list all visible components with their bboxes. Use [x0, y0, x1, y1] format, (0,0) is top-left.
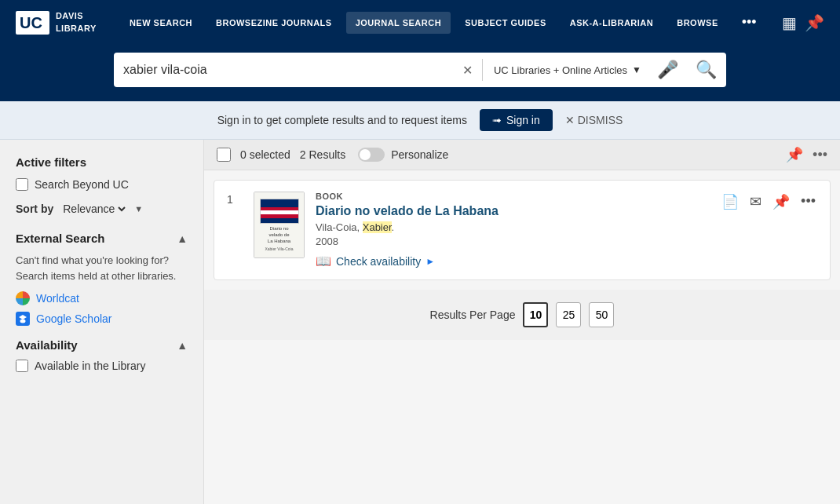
- sidebar: Active filters Search Beyond UC Sort by …: [0, 140, 204, 504]
- qr-code-icon[interactable]: ▦: [782, 13, 797, 32]
- svg-point-1: [20, 320, 26, 323]
- search-beyond-uc-checkbox[interactable]: [16, 178, 28, 191]
- book-icon: 📖: [316, 254, 331, 268]
- availability-chevron-icon: ▲: [177, 339, 188, 352]
- available-in-library-label: Available in the Library: [35, 360, 145, 372]
- nav-browsezine[interactable]: BROWSEZINE JOURNALS: [206, 12, 341, 34]
- check-availability-link[interactable]: 📖 Check availability ►: [316, 254, 709, 268]
- scope-selector[interactable]: UC Libraries + Online Articles ▼: [486, 64, 649, 76]
- email-button[interactable]: ✉: [748, 192, 763, 212]
- main-layout: Active filters Search Beyond UC Sort by …: [0, 140, 840, 504]
- voice-search-button[interactable]: 🎤: [649, 60, 686, 80]
- pagination: Results Per Page 10 25 50: [204, 290, 840, 340]
- google-scholar-link[interactable]: Google Scholar: [16, 312, 188, 326]
- author-highlight: Xabier: [363, 221, 392, 233]
- availability-title: Availability: [16, 338, 78, 352]
- result-cover-image: Diario novelado deLa Habana Xabier Vila-…: [254, 192, 305, 258]
- sort-row: Sort by Relevance ▼: [16, 202, 188, 216]
- sort-select[interactable]: Relevance: [60, 202, 128, 216]
- signin-icon: ➟: [492, 114, 502, 126]
- signin-message: Sign in to get complete results and to r…: [217, 114, 467, 126]
- result-type: BOOK: [316, 192, 709, 201]
- search-container: ✕ UC Libraries + Online Articles ▼ 🎤 🔍: [114, 53, 726, 87]
- result-title[interactable]: Diario no velado de La Habana: [316, 204, 709, 218]
- external-search-section-header[interactable]: External Search ▲: [16, 232, 188, 245]
- signin-button[interactable]: ➟ Sign in: [480, 109, 553, 131]
- personalize-toggle[interactable]: Personalize: [358, 148, 448, 162]
- save-to-file-button[interactable]: 📄: [720, 192, 740, 212]
- external-search-chevron-icon: ▲: [177, 232, 188, 245]
- per-page-50-button[interactable]: 50: [589, 302, 614, 327]
- nav-browse[interactable]: BROWSE: [667, 12, 728, 34]
- logo[interactable]: UC DAVIS LIBRARY: [16, 10, 97, 35]
- per-page-25-button[interactable]: 25: [556, 302, 581, 327]
- external-search-description: Can't find what you're looking for? Sear…: [16, 253, 188, 283]
- signin-banner: Sign in to get complete results and to r…: [0, 101, 840, 140]
- close-icon: ✕: [565, 114, 575, 126]
- nav-icon-group: ▦ 📌: [782, 13, 824, 32]
- top-navigation: UC DAVIS LIBRARY NEW SEARCH BROWSEZINE J…: [0, 0, 840, 45]
- toolbar-pin-button[interactable]: 📌: [786, 146, 803, 163]
- chevron-down-icon: ▼: [632, 64, 641, 75]
- result-number: 1: [227, 192, 243, 206]
- nav-more[interactable]: •••: [732, 8, 766, 37]
- toggle-thumb: [360, 149, 371, 160]
- available-in-library-checkbox[interactable]: [16, 360, 28, 372]
- nav-subject-guides[interactable]: SUBJECT GUIDES: [455, 12, 556, 34]
- result-author: Vila-Coia, Xabier.: [316, 221, 709, 233]
- available-in-library-filter: Available in the Library: [16, 360, 188, 372]
- worldcat-link[interactable]: Worldcat: [16, 291, 188, 305]
- more-result-options-button[interactable]: •••: [799, 192, 817, 211]
- results-count: 2 Results: [300, 148, 345, 161]
- nav-journal-search[interactable]: JOURNAL SEARCH: [346, 12, 451, 34]
- search-bar-area: ✕ UC Libraries + Online Articles ▼ 🎤 🔍: [0, 45, 840, 101]
- result-card: 1 Diario novelado deLa Habana Xabier Vil…: [214, 180, 831, 280]
- availability-section-header[interactable]: Availability ▲: [16, 338, 188, 352]
- divider: [482, 59, 483, 81]
- result-actions: 📄 ✉ 📌 •••: [720, 192, 817, 212]
- select-all-checkbox[interactable]: [217, 148, 231, 162]
- nav-links: NEW SEARCH BROWSEZINE JOURNALS JOURNAL S…: [120, 8, 782, 37]
- result-year: 2008: [316, 236, 709, 247]
- dismiss-button[interactable]: ✕ DISMISS: [565, 114, 623, 126]
- library-name: DAVIS LIBRARY: [56, 10, 97, 35]
- nav-ask-librarian[interactable]: ASK-A-LIBRARIAN: [561, 12, 663, 34]
- result-info: BOOK Diario no velado de La Habana Vila-…: [316, 192, 709, 268]
- per-page-label: Results Per Page: [430, 309, 516, 321]
- clear-search-button[interactable]: ✕: [456, 63, 479, 78]
- external-search-title: External Search: [16, 232, 104, 245]
- uc-letters: UC: [20, 13, 42, 32]
- worldcat-icon: [16, 291, 30, 305]
- selected-count: 0 selected: [240, 148, 290, 161]
- results-toolbar: 0 selected 2 Results Personalize 📌 •••: [204, 140, 840, 170]
- nav-new-search[interactable]: NEW SEARCH: [120, 12, 202, 34]
- sort-by-label: Sort by: [16, 203, 53, 215]
- active-filters-title: Active filters: [16, 155, 188, 169]
- personalize-label: Personalize: [391, 148, 448, 161]
- results-area: 0 selected 2 Results Personalize 📌 ••• 1: [204, 140, 840, 504]
- search-beyond-uc-label: Search Beyond UC: [35, 178, 129, 191]
- toolbar-more-button[interactable]: •••: [813, 147, 827, 163]
- pin-nav-icon[interactable]: 📌: [805, 13, 824, 32]
- sort-chevron-icon: ▼: [134, 204, 143, 214]
- search-button[interactable]: 🔍: [686, 60, 726, 80]
- google-scholar-icon: [16, 312, 30, 326]
- arrow-right-icon: ►: [425, 256, 435, 267]
- availability-section: Availability ▲ Available in the Library: [16, 338, 188, 372]
- svg-marker-0: [19, 315, 27, 320]
- toggle-track[interactable]: [358, 148, 385, 162]
- pin-result-button[interactable]: 📌: [771, 192, 791, 212]
- search-input[interactable]: [114, 63, 456, 77]
- search-beyond-uc-filter: Search Beyond UC: [16, 178, 188, 191]
- per-page-10-button[interactable]: 10: [523, 302, 548, 327]
